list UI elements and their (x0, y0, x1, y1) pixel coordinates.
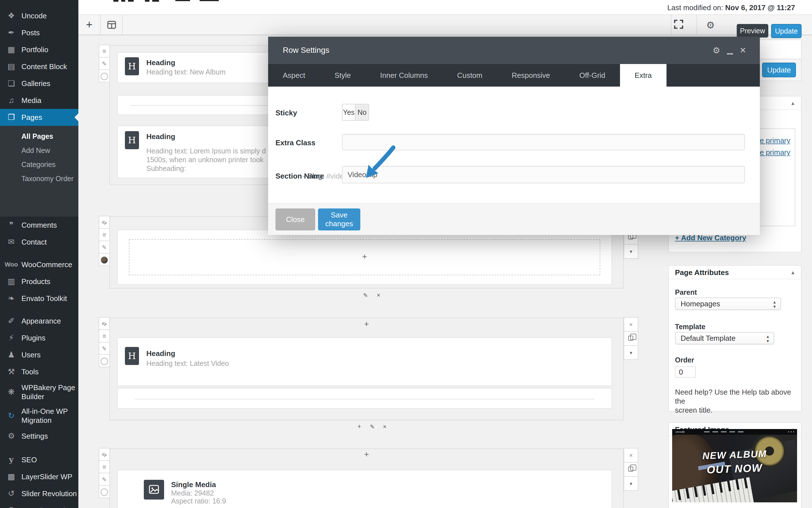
template-select[interactable]: Default Template ▲▼ (675, 332, 774, 344)
sidebar-item-slider-revolution[interactable]: ↺Slider Revolution (0, 485, 78, 502)
copy-section-icon[interactable] (624, 331, 638, 346)
sidebar-item-pages[interactable]: ❐Pages (0, 109, 78, 126)
sidebar-item-wpbakery[interactable]: ❋WPBakery Page Builder (0, 380, 78, 404)
sticky-yes-option[interactable]: Yes (343, 104, 356, 120)
parent-select[interactable]: Homepages ▲▼ (675, 298, 781, 310)
sidebar-item-portfolio[interactable]: ▦Portfolio (0, 41, 78, 58)
add-element-plus-icon[interactable]: + (364, 319, 369, 329)
element-row-single-media[interactable]: Single Media Media: 29482 Aspect ratio: … (117, 470, 612, 508)
sidebar-item-products[interactable]: ▥Products (0, 273, 78, 290)
modal-title: Row Settings (283, 46, 329, 55)
tab-custom[interactable]: Custom (442, 64, 497, 87)
delete-section-icon[interactable]: × (624, 448, 638, 463)
collapse-section-icon[interactable]: ▾ (624, 244, 638, 259)
submenu-taxonomy-order[interactable]: Taxonomy Order (0, 171, 78, 185)
templates-layout-button[interactable] (101, 15, 122, 35)
sidebar-item-galleries[interactable]: ❏Galleries (0, 75, 78, 92)
tab-responsive[interactable]: Responsive (497, 64, 565, 87)
submenu-add-new[interactable]: Add New (0, 143, 78, 157)
drag-handle-icon[interactable]: ≡ (99, 460, 110, 473)
media-note-icon: ♫ (4, 92, 18, 109)
add-element-plus-icon[interactable]: + (364, 450, 369, 459)
sticky-no-option[interactable]: No (356, 104, 368, 120)
update-button-publish-panel[interactable]: Update (762, 62, 796, 77)
collapse-panel-icon[interactable]: ▲ (790, 266, 795, 279)
fullscreen-button[interactable] (674, 19, 685, 31)
edit-pencil-icon[interactable]: ✎ (99, 241, 110, 254)
drag-handle-icon[interactable]: ≡ (99, 228, 110, 241)
edit-row-pencil-icon[interactable]: ✎ (370, 423, 375, 430)
sidebar-item-content-block[interactable]: ▤Content Block (0, 58, 78, 75)
sidebar-item-appearance[interactable]: ✐Appearance (0, 312, 78, 330)
close-button[interactable]: Close (275, 208, 315, 230)
drag-handle-icon[interactable]: ≡ (99, 45, 110, 57)
order-input[interactable] (675, 367, 696, 378)
tab-off-grid[interactable]: Off-Grid (565, 64, 620, 87)
collapse-section-icon[interactable]: ▾ (624, 476, 638, 491)
toggle-icon[interactable] (99, 485, 110, 498)
delete-row-icon[interactable]: × (383, 423, 387, 430)
sidebar-item-sucuri-security[interactable]: ✠Sucuri Security (0, 502, 78, 508)
tab-inner-columns[interactable]: Inner Columns (365, 64, 442, 87)
make-primary-link[interactable]: ke primary (756, 136, 790, 145)
modal-settings-gear-icon[interactable]: ⚙ (710, 37, 723, 64)
modal-header[interactable]: Row Settings ⚙ ✕ (268, 37, 760, 64)
sidebar-item-posts[interactable]: ✒Posts (0, 24, 78, 41)
section-4-left-controls: ⇄ ≡ ✎ (99, 449, 110, 498)
add-row-plus-icon[interactable]: + (358, 423, 361, 430)
tab-aspect[interactable]: Aspect (268, 64, 320, 87)
sidebar-item-uncode[interactable]: ❖Uncode (0, 7, 78, 24)
row-image-toggle-icon[interactable] (99, 253, 110, 266)
sidebar-item-contact[interactable]: ✉Contact (0, 234, 78, 251)
element-row-heading-latest-video[interactable]: H Heading Heading text: Latest Video (117, 337, 612, 386)
sidebar-item-woocommerce[interactable]: WooWooCommerce (0, 256, 78, 273)
sidebar-item-layerslider[interactable]: ▩LayerSlider WP (0, 468, 78, 485)
move-section-icon[interactable]: ⇄ (99, 448, 110, 461)
collapse-panel-icon[interactable]: ▲ (790, 96, 795, 110)
edit-pencil-icon[interactable]: ✎ (99, 57, 110, 70)
sidebar-item-tools[interactable]: ⚒Tools (0, 363, 78, 380)
sidebar-item-all-in-one-wp-migration[interactable]: ↻All-in-One WP Migration (0, 404, 78, 428)
tab-extra[interactable]: Extra (620, 64, 667, 87)
move-section-icon[interactable]: ⇄ (99, 317, 110, 330)
sidebar-item-plugins[interactable]: ⚡Plugins (0, 330, 78, 346)
element-row-separator[interactable] (117, 388, 612, 409)
sidebar-item-seo[interactable]: ySEO (0, 451, 78, 468)
preview-button[interactable]: Preview (737, 24, 768, 38)
copy-section-icon[interactable] (624, 462, 638, 477)
modal-close-icon[interactable]: ✕ (737, 37, 749, 64)
row-empty[interactable]: + (117, 229, 612, 285)
toggle-icon[interactable] (99, 70, 110, 82)
update-button-top[interactable]: Update (771, 24, 802, 38)
layerslider-icon: ▩ (4, 468, 18, 485)
add-element-button[interactable]: + (78, 15, 100, 35)
edit-row-pencil-icon[interactable]: ✎ (363, 292, 368, 299)
extra-class-input[interactable] (342, 134, 745, 150)
make-primary-link[interactable]: ke primary (756, 148, 790, 157)
delete-section-icon[interactable]: × (624, 317, 638, 332)
empty-column-dropzone[interactable]: + (129, 239, 600, 275)
featured-image-thumbnail[interactable]: uncode NEW ALBUM OUT NOW (672, 429, 797, 502)
section-name-input[interactable] (342, 166, 745, 183)
submenu-categories[interactable]: Categories (0, 157, 78, 171)
modal-minimize-icon[interactable] (725, 37, 735, 64)
drag-handle-icon[interactable]: ≡ (99, 330, 110, 342)
sidebar-item-comments[interactable]: ❞Comments (0, 217, 78, 234)
page-settings-gear-icon[interactable]: ⚙ (704, 16, 717, 33)
sidebar-item-settings[interactable]: ⚙Settings (0, 428, 78, 444)
tab-style[interactable]: Style (320, 64, 366, 87)
sidebar-item-users[interactable]: ♟Users (0, 346, 78, 363)
section-3-left-controls: ⇄ ≡ ✎ (99, 318, 110, 367)
toggle-icon[interactable] (99, 354, 110, 367)
select-spinner-icon: ▲▼ (766, 334, 770, 343)
collapse-section-icon[interactable]: ▾ (624, 345, 638, 360)
add-element-plus-icon[interactable]: + (362, 252, 367, 261)
delete-row-icon[interactable]: × (377, 292, 380, 299)
edit-pencil-icon[interactable]: ✎ (99, 473, 110, 486)
sidebar-item-media[interactable]: ♫Media (0, 92, 78, 109)
sidebar-item-envato-toolkit[interactable]: ❧Envato Toolkit (0, 290, 78, 307)
edit-pencil-icon[interactable]: ✎ (99, 342, 110, 355)
save-changes-button[interactable]: Save changes (318, 208, 360, 230)
move-section-icon[interactable]: ⇄ (99, 216, 110, 229)
submenu-all-pages[interactable]: All Pages (0, 129, 78, 143)
